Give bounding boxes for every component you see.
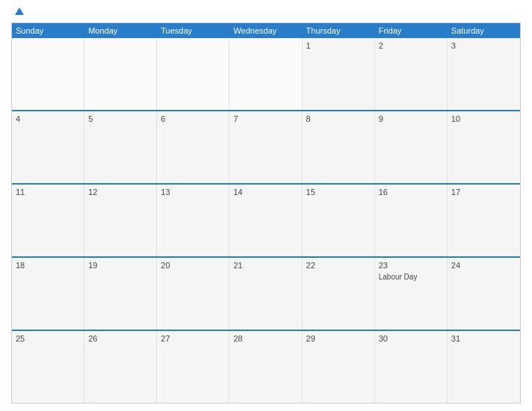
day-cell: 15	[303, 185, 375, 256]
day-cell	[157, 38, 229, 110]
day-number: 21	[233, 261, 297, 270]
day-number: 7	[233, 114, 297, 123]
day-header-friday: Friday	[375, 23, 448, 38]
day-cell	[12, 38, 84, 110]
day-number: 30	[379, 334, 443, 343]
day-header-saturday: Saturday	[448, 23, 520, 38]
day-number: 9	[379, 114, 443, 123]
logo	[11, 7, 26, 16]
day-cell: 18	[12, 258, 84, 330]
day-number: 19	[88, 261, 152, 270]
day-number: 1	[306, 41, 371, 50]
day-number: 2	[379, 41, 443, 50]
day-header-thursday: Thursday	[303, 23, 375, 38]
week-row-3: 181920212223Labour Day24	[12, 256, 520, 330]
day-cell: 11	[12, 185, 84, 256]
week-row-2: 11121314151617	[12, 183, 520, 256]
day-header-sunday: Sunday	[12, 23, 84, 38]
day-number: 6	[161, 114, 225, 123]
day-number: 31	[451, 334, 516, 343]
week-row-1: 45678910	[12, 110, 520, 183]
day-header-tuesday: Tuesday	[157, 23, 229, 38]
day-cell: 22	[303, 258, 375, 330]
day-number: 27	[161, 334, 225, 343]
day-cell: 21	[229, 258, 302, 330]
day-cell: 28	[229, 331, 302, 403]
day-cell: 16	[375, 185, 448, 256]
day-cell: 3	[448, 38, 520, 110]
day-number: 10	[451, 114, 516, 123]
calendar-grid: SundayMondayTuesdayWednesdayThursdayFrid…	[11, 22, 521, 404]
day-cell	[84, 38, 157, 110]
day-cell: 13	[157, 185, 229, 256]
day-cell: 20	[157, 258, 229, 330]
day-number: 14	[233, 188, 297, 197]
day-cell: 7	[229, 111, 302, 183]
day-number: 12	[88, 188, 152, 197]
day-cell: 19	[84, 258, 157, 330]
day-header-monday: Monday	[84, 23, 157, 38]
day-number: 13	[161, 188, 225, 197]
day-cell: 14	[229, 185, 302, 256]
day-cell: 12	[84, 185, 157, 256]
day-header-wednesday: Wednesday	[229, 23, 302, 38]
day-cell: 23Labour Day	[375, 258, 448, 330]
day-cell: 29	[303, 331, 375, 403]
day-cell: 25	[12, 331, 84, 403]
day-cell: 27	[157, 331, 229, 403]
week-row-4: 25262728293031	[12, 330, 520, 403]
week-row-0: 123	[12, 38, 520, 110]
day-cell: 6	[157, 111, 229, 183]
day-number: 4	[16, 114, 80, 123]
day-headers-row: SundayMondayTuesdayWednesdayThursdayFrid…	[12, 23, 520, 38]
day-cell: 1	[303, 38, 375, 110]
day-number: 26	[88, 334, 152, 343]
day-cell: 2	[375, 38, 448, 110]
day-cell: 9	[375, 111, 448, 183]
day-number: 20	[161, 261, 225, 270]
day-cell	[229, 38, 302, 110]
day-number: 16	[379, 188, 443, 197]
day-number: 3	[451, 41, 516, 50]
day-number: 11	[16, 188, 80, 197]
day-cell: 4	[12, 111, 84, 183]
day-number: 15	[306, 188, 371, 197]
day-number: 22	[306, 261, 371, 270]
day-number: 17	[451, 188, 516, 197]
day-cell: 17	[448, 185, 520, 256]
day-number: 8	[306, 114, 371, 123]
day-cell: 26	[84, 331, 157, 403]
day-cell: 8	[303, 111, 375, 183]
day-number: 18	[16, 261, 80, 270]
day-cell: 10	[448, 111, 520, 183]
day-cell: 30	[375, 331, 448, 403]
weeks-container: 1234567891011121314151617181920212223Lab…	[12, 38, 520, 403]
day-number: 28	[233, 334, 297, 343]
day-number: 29	[306, 334, 371, 343]
day-cell: 5	[84, 111, 157, 183]
day-number: 24	[451, 261, 516, 270]
logo-triangle-icon	[15, 7, 24, 15]
header	[11, 7, 521, 16]
day-number: 23	[379, 261, 443, 270]
calendar-page: SundayMondayTuesdayWednesdayThursdayFrid…	[0, 0, 532, 411]
day-cell: 31	[448, 331, 520, 403]
day-cell: 24	[448, 258, 520, 330]
event-label: Labour Day	[379, 273, 443, 281]
day-number: 5	[88, 114, 152, 123]
day-number: 25	[16, 334, 80, 343]
